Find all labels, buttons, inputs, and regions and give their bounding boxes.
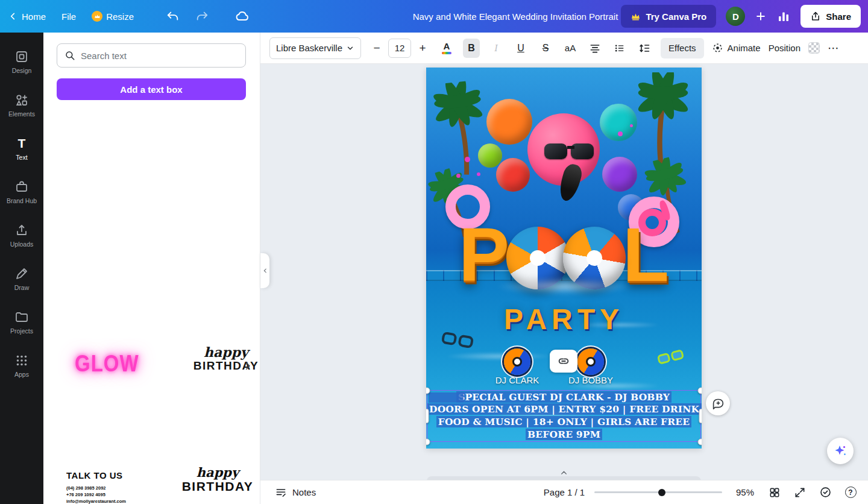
more-options-button[interactable]: ⋯	[828, 41, 840, 55]
selection-handle-corner[interactable]	[698, 388, 702, 394]
list-button[interactable]	[611, 39, 628, 58]
sidebar-item-brand-hub[interactable]: Brand Hub	[0, 170, 43, 213]
underline-button[interactable]: U	[512, 39, 529, 58]
zoom-slider[interactable]	[594, 491, 722, 493]
text-styles-row: GLOW happy BIRTHDAY	[43, 338, 260, 395]
design-title[interactable]: Navy and White Elegant Wedding Invitatio…	[374, 11, 657, 22]
styles-next-button[interactable]	[240, 358, 256, 374]
spacing-button[interactable]	[636, 39, 653, 58]
flamingo-sunglasses	[544, 143, 597, 159]
sidebar-item-text[interactable]: T Text	[0, 127, 43, 170]
align-center-icon	[589, 42, 601, 54]
sidebar-label: Elements	[8, 110, 35, 118]
strikethrough-button[interactable]: S	[537, 39, 554, 58]
selection-handle-corner[interactable]	[698, 439, 702, 446]
font-size-value[interactable]: 12	[388, 39, 411, 58]
chevron-up-icon[interactable]	[559, 469, 568, 476]
font-selector[interactable]: Libre Baskerville	[269, 37, 361, 59]
share-button[interactable]: Share	[800, 5, 861, 28]
color-bar-icon	[442, 52, 451, 54]
selected-text-box[interactable]: SPECIAL GUEST DJ CLARK - DJ BOBBY DOORS …	[427, 390, 701, 442]
help-button[interactable]: ?	[844, 486, 857, 499]
zoom-slider-handle[interactable]	[658, 489, 665, 496]
search-input[interactable]	[81, 51, 238, 61]
text-style-glow[interactable]: GLOW	[75, 350, 139, 377]
line-spacing-icon	[638, 42, 650, 54]
apps-grid-icon	[14, 353, 29, 368]
sidebar-item-projects[interactable]: Projects	[0, 300, 43, 344]
question-icon: ?	[845, 487, 857, 498]
flamingo-float	[638, 209, 666, 236]
fullscreen-button[interactable]	[793, 486, 807, 499]
details-line: BEFORE 9PM	[526, 429, 602, 440]
sidebar-item-design[interactable]: Design	[0, 40, 43, 83]
sidebar-item-uploads[interactable]: Uploads	[0, 213, 43, 257]
brand-hub-icon	[14, 180, 29, 194]
grid-view-button[interactable]	[768, 486, 781, 499]
text-styles-row-2: TALK TO US (04) 298 3985 2092 +76 209 10…	[43, 463, 260, 504]
text-style-happy-birthday-2[interactable]: happy BIRTHDAY	[178, 465, 257, 494]
text-panel: Add a text box GLOW happy BIRTHDAY TALK …	[43, 33, 260, 504]
animate-button[interactable]: Animate	[712, 42, 761, 54]
home-button[interactable]: Home	[8, 11, 46, 22]
font-name: Libre Baskerville	[276, 43, 342, 53]
italic-button[interactable]: I	[488, 39, 505, 58]
alignment-button[interactable]	[587, 39, 603, 58]
zoom-level[interactable]: 95%	[734, 487, 756, 497]
sidebar-item-apps[interactable]: Apps	[0, 344, 43, 387]
search-box[interactable]	[57, 43, 246, 68]
undo-icon	[166, 10, 180, 23]
details-line: FOOD & MUSIC | 18+ ONLY | GIRLS ARE FREE	[436, 416, 692, 427]
text-toolbar: Libre Baskerville − 12 + A B I U S aA	[260, 33, 868, 64]
dj-avatar-right	[577, 348, 604, 375]
insights-button[interactable]	[776, 9, 791, 24]
notes-button[interactable]: Notes	[260, 487, 316, 499]
increase-font-size-button[interactable]: +	[415, 39, 430, 58]
bold-button[interactable]: B	[463, 39, 480, 58]
plus-icon	[755, 10, 767, 22]
chevron-down-icon	[346, 44, 354, 52]
file-menu[interactable]: File	[61, 11, 76, 22]
ball-red	[496, 158, 530, 192]
talk-to-us-label: TALK TO US	[66, 470, 123, 480]
details-line: DOORS OPEN AT 6PM | ENTRY $20 | FREE DRI…	[427, 403, 702, 415]
avatar[interactable]: D	[726, 7, 745, 26]
ball-purple	[602, 157, 637, 192]
sidebar-label: Projects	[10, 327, 33, 335]
party-title: PARTY	[426, 303, 702, 336]
text-color-button[interactable]: A	[438, 39, 455, 58]
link-button[interactable]	[550, 350, 577, 373]
bullet-list-icon	[614, 42, 626, 54]
sidebar-item-elements[interactable]: Elements	[0, 83, 43, 127]
text-color-glyph: A	[444, 42, 450, 51]
phone-line-1: (04) 298 3985 2092	[66, 485, 126, 491]
text-case-button[interactable]: aA	[562, 39, 579, 58]
app-sidebar: Design Elements T Text Brand Hub Uploads	[0, 33, 43, 504]
effects-button[interactable]: Effects	[661, 38, 704, 58]
saved-check-button[interactable]	[819, 486, 832, 499]
transparency-button[interactable]	[808, 42, 820, 54]
text-style-talk-to-us[interactable]: TALK TO US	[66, 470, 123, 480]
selection-handle-side[interactable]	[699, 409, 702, 423]
selection-leading	[429, 392, 464, 403]
canvas-page[interactable]: P L PARTY DJ CLARK DJ BOBBY	[426, 68, 702, 449]
decrease-font-size-button[interactable]: −	[369, 39, 385, 58]
canva-editor: Home File Resize	[0, 0, 868, 504]
cloud-save-button[interactable]	[235, 9, 250, 24]
undo-button[interactable]	[166, 10, 180, 23]
dj-bobby-label: DJ BOBBY	[558, 375, 624, 385]
redo-button[interactable]	[195, 10, 209, 23]
crown-icon	[92, 11, 102, 22]
search-icon	[64, 50, 75, 61]
add-member-button[interactable]	[755, 10, 767, 22]
panel-collapse-handle[interactable]	[260, 253, 269, 288]
magic-assistant-button[interactable]	[827, 438, 854, 464]
position-button[interactable]: Position	[769, 43, 800, 53]
selection-handle-side[interactable]	[426, 409, 429, 423]
add-text-box-button[interactable]: Add a text box	[57, 78, 246, 100]
comment-button[interactable]	[706, 391, 730, 415]
resize-button[interactable]: Resize	[92, 11, 134, 22]
dj-avatar-left	[504, 348, 530, 375]
sidebar-item-draw[interactable]: Draw	[0, 257, 43, 300]
phone-line-2: +76 209 1092 4095	[66, 491, 126, 498]
